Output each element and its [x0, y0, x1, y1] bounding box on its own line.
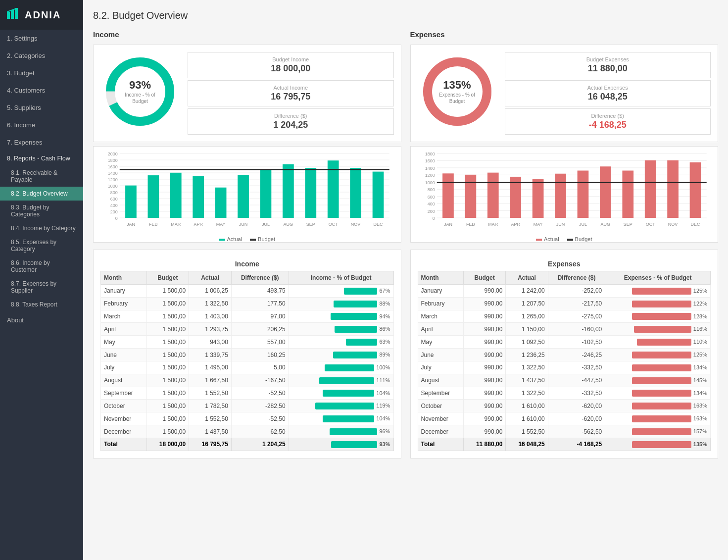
table-cell: October [418, 400, 463, 412]
table-cell: 1 500,00 [146, 374, 189, 387]
table-cell: May [418, 336, 463, 349]
table-cell: December [418, 425, 463, 438]
expenses-actual-stat: Actual Expenses 16 048,25 [505, 80, 711, 106]
svg-text:800: 800 [427, 187, 435, 192]
table-cell: 990,00 [463, 310, 505, 323]
sidebar-item-expenses[interactable]: 7. Expenses [0, 134, 83, 151]
table-row: February990,001 207,50-217,50122% [418, 297, 711, 310]
svg-text:1000: 1000 [425, 180, 435, 185]
income-legend-actual: Actual [227, 236, 243, 242]
table-row: April990,001 150,00-160,00116% [418, 323, 711, 336]
sidebar-item-settings[interactable]: 1. Settings [0, 30, 83, 47]
table-cell: 1 437,50 [506, 374, 548, 387]
svg-rect-38 [350, 168, 361, 218]
col-header: Budget [146, 271, 189, 285]
sidebar-item-customers[interactable]: 4. Customers [0, 82, 83, 99]
table-cell: 1 500,00 [146, 336, 189, 349]
table-cell: 1 552,50 [506, 425, 548, 438]
table-row: July1 500,001 495,005,00100% [101, 361, 394, 374]
expenses-legend-actual: Actual [544, 236, 559, 242]
table-cell: 1 495,00 [189, 361, 232, 374]
table-cell: 163% [605, 400, 711, 412]
logo-icon [7, 8, 21, 22]
table-cell: 104% [289, 412, 393, 425]
table-cell: 1 500,00 [146, 387, 189, 400]
income-actual-label: Actual Income [196, 85, 386, 91]
table-row: July990,001 322,50-332,50134% [418, 361, 711, 374]
income-table-title: Income [100, 257, 394, 271]
table-cell: November [101, 412, 147, 425]
svg-rect-80 [555, 174, 566, 218]
sidebar-item-budget[interactable]: 3. Budget [0, 64, 83, 82]
svg-text:FEB: FEB [149, 222, 158, 227]
table-cell: May [101, 336, 147, 349]
col-header: Difference ($) [231, 271, 289, 285]
sidebar-sub-expenses-supplier[interactable]: 8.7. Expenses by Supplier [0, 277, 83, 298]
table-cell: -562,50 [548, 425, 605, 438]
table-cell: 67% [289, 285, 393, 298]
table-cell: 97,00 [231, 310, 289, 323]
svg-rect-83 [622, 171, 633, 218]
income-legend-budget: Budget [258, 236, 275, 242]
table-cell: 94% [289, 310, 393, 323]
sidebar-sub-budget-categories[interactable]: 8.3. Budget by Categories [0, 201, 83, 221]
table-footer-cell: 1 204,25 [231, 438, 289, 451]
table-cell: February [101, 297, 147, 310]
svg-text:MAR: MAR [488, 222, 498, 227]
table-cell: 88% [289, 297, 393, 310]
table-cell: 1 437,50 [189, 425, 232, 438]
table-cell: 96% [289, 425, 393, 438]
sidebar-item-suppliers[interactable]: 5. Suppliers [0, 99, 83, 116]
sidebar-sub-income-category[interactable]: 8.4. Income by Category [0, 221, 83, 235]
table-cell: 1 339,75 [189, 349, 232, 361]
sidebar-sub-receivable-payable[interactable]: 8.1. Receivable & Payable [0, 166, 83, 187]
svg-text:1400: 1400 [108, 171, 118, 176]
table-row: August990,001 437,50-447,50145% [418, 374, 711, 387]
table-cell: 943,00 [189, 336, 232, 349]
sidebar-section-reports-cashflow[interactable]: 8. Reports - Cash Flow [0, 151, 83, 166]
expenses-bar-chart: 020040060080010001200140016001800JANFEBM… [411, 149, 718, 233]
table-cell: April [418, 323, 463, 336]
svg-rect-36 [305, 168, 316, 218]
table-cell: 134% [605, 361, 711, 374]
col-header: Income - % of Budget [289, 271, 393, 285]
sidebar-sub-taxes-report[interactable]: 8.8. Taxes Report [0, 298, 83, 311]
table-row: December990,001 552,50-562,50157% [418, 425, 711, 438]
expenses-diff-stat: Difference ($) -4 168,25 [505, 108, 711, 135]
table-cell: 1 322,50 [506, 387, 548, 400]
svg-text:800: 800 [110, 190, 118, 195]
svg-text:JUN: JUN [239, 222, 248, 227]
sidebar-item-categories[interactable]: 2. Categories [0, 47, 83, 64]
table-cell: -167,50 [231, 374, 289, 387]
svg-rect-0 [7, 12, 10, 19]
sidebar-sub-income-customer[interactable]: 8.6. Income by Customer [0, 256, 83, 277]
table-cell: 1 500,00 [146, 425, 189, 438]
table-cell: 1 667,50 [189, 374, 232, 387]
table-cell: 134% [605, 387, 711, 400]
income-budget-stat: Budget Income 18 000,00 [188, 52, 394, 78]
table-row: November990,001 610,00-620,00163% [418, 412, 711, 425]
svg-text:JUN: JUN [556, 222, 565, 227]
table-cell: -620,00 [548, 412, 605, 425]
svg-text:OCT: OCT [329, 222, 339, 227]
table-cell: 1 500,00 [146, 412, 189, 425]
table-cell: 1 500,00 [146, 400, 189, 412]
table-cell: 1 207,50 [506, 297, 548, 310]
table-row: August1 500,001 667,50-167,50111% [101, 374, 394, 387]
income-budget-value: 18 000,00 [196, 63, 386, 74]
sidebar-sub-budget-overview[interactable]: 8.2. Budget Overview [0, 187, 83, 201]
table-cell: 128% [605, 310, 711, 323]
svg-text:DEC: DEC [690, 222, 700, 227]
svg-rect-28 [125, 186, 137, 218]
sidebar-sub-expenses-category[interactable]: 8.5. Expenses by Category [0, 235, 83, 256]
sidebar-item-about[interactable]: About [0, 311, 83, 329]
table-cell: 1 322,50 [506, 361, 548, 374]
table-footer-cell: 16 048,25 [506, 438, 548, 451]
table-footer-cell: 135% [605, 438, 711, 451]
income-diff-stat: Difference ($) 1 204,25 [188, 108, 394, 135]
svg-text:1600: 1600 [108, 164, 118, 169]
table-row: September1 500,001 552,50-52,50104% [101, 387, 394, 400]
sidebar-item-income[interactable]: 6. Income [0, 116, 83, 134]
income-donut-sub: Income - % of Budget [120, 92, 160, 104]
table-cell: 990,00 [463, 349, 505, 361]
